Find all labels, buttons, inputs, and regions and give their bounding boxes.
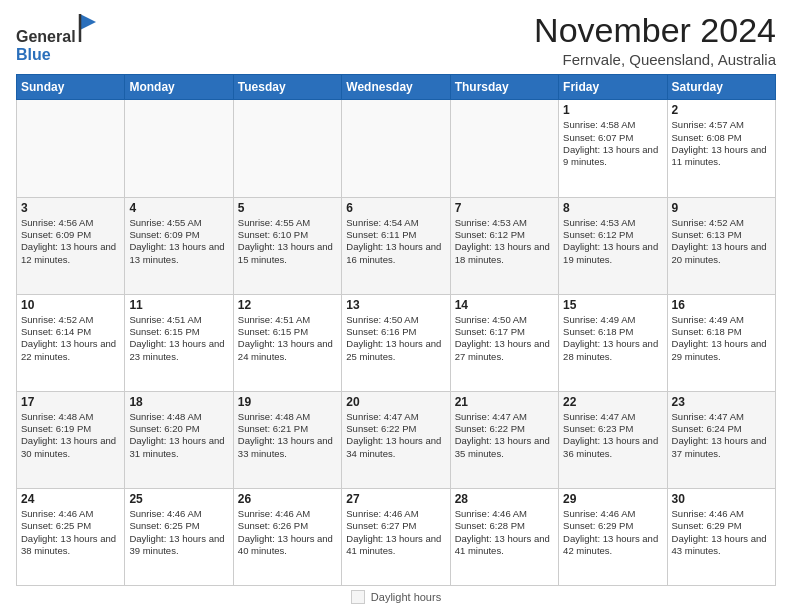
weekday-header-thursday: Thursday <box>450 75 558 100</box>
day-info: Sunrise: 4:53 AM <box>455 217 554 229</box>
day-info: Daylight: 13 hours and 38 minutes. <box>21 533 120 558</box>
day-info: Sunrise: 4:52 AM <box>672 217 771 229</box>
calendar-cell: 28Sunrise: 4:46 AMSunset: 6:28 PMDayligh… <box>450 488 558 585</box>
weekday-header-tuesday: Tuesday <box>233 75 341 100</box>
day-info: Daylight: 13 hours and 33 minutes. <box>238 435 337 460</box>
daylight-label: Daylight hours <box>371 591 441 603</box>
day-number: 9 <box>672 201 771 215</box>
day-number: 12 <box>238 298 337 312</box>
day-number: 20 <box>346 395 445 409</box>
day-info: Daylight: 13 hours and 35 minutes. <box>455 435 554 460</box>
day-info: Daylight: 13 hours and 11 minutes. <box>672 144 771 169</box>
day-info: Sunset: 6:25 PM <box>129 520 228 532</box>
day-info: Daylight: 13 hours and 43 minutes. <box>672 533 771 558</box>
day-info: Daylight: 13 hours and 40 minutes. <box>238 533 337 558</box>
day-number: 23 <box>672 395 771 409</box>
day-number: 19 <box>238 395 337 409</box>
day-info: Daylight: 13 hours and 20 minutes. <box>672 241 771 266</box>
title-block: November 2024 Fernvale, Queensland, Aust… <box>534 12 776 68</box>
day-info: Sunrise: 4:55 AM <box>129 217 228 229</box>
day-number: 22 <box>563 395 662 409</box>
day-info: Daylight: 13 hours and 18 minutes. <box>455 241 554 266</box>
day-info: Daylight: 13 hours and 25 minutes. <box>346 338 445 363</box>
day-info: Sunset: 6:28 PM <box>455 520 554 532</box>
calendar-cell: 22Sunrise: 4:47 AMSunset: 6:23 PMDayligh… <box>559 391 667 488</box>
day-info: Sunset: 6:19 PM <box>21 423 120 435</box>
calendar-cell: 26Sunrise: 4:46 AMSunset: 6:26 PMDayligh… <box>233 488 341 585</box>
day-info: Sunset: 6:13 PM <box>672 229 771 241</box>
day-info: Daylight: 13 hours and 15 minutes. <box>238 241 337 266</box>
day-info: Daylight: 13 hours and 34 minutes. <box>346 435 445 460</box>
day-info: Sunrise: 4:55 AM <box>238 217 337 229</box>
calendar-cell: 27Sunrise: 4:46 AMSunset: 6:27 PMDayligh… <box>342 488 450 585</box>
day-number: 24 <box>21 492 120 506</box>
page: General Blue November 2024 Fernvale, Que… <box>0 0 792 612</box>
day-number: 30 <box>672 492 771 506</box>
header: General Blue November 2024 Fernvale, Que… <box>16 12 776 68</box>
day-info: Sunrise: 4:48 AM <box>129 411 228 423</box>
calendar-cell: 30Sunrise: 4:46 AMSunset: 6:29 PMDayligh… <box>667 488 775 585</box>
calendar-cell: 11Sunrise: 4:51 AMSunset: 6:15 PMDayligh… <box>125 294 233 391</box>
calendar-cell <box>342 100 450 197</box>
day-info: Daylight: 13 hours and 39 minutes. <box>129 533 228 558</box>
daylight-box <box>351 590 365 604</box>
day-number: 25 <box>129 492 228 506</box>
day-number: 26 <box>238 492 337 506</box>
day-info: Daylight: 13 hours and 28 minutes. <box>563 338 662 363</box>
day-info: Sunrise: 4:47 AM <box>672 411 771 423</box>
day-info: Sunrise: 4:51 AM <box>238 314 337 326</box>
calendar-cell: 23Sunrise: 4:47 AMSunset: 6:24 PMDayligh… <box>667 391 775 488</box>
day-info: Sunset: 6:29 PM <box>672 520 771 532</box>
day-number: 14 <box>455 298 554 312</box>
day-info: Daylight: 13 hours and 23 minutes. <box>129 338 228 363</box>
calendar-cell: 3Sunrise: 4:56 AMSunset: 6:09 PMDaylight… <box>17 197 125 294</box>
day-info: Sunset: 6:27 PM <box>346 520 445 532</box>
calendar-table: SundayMondayTuesdayWednesdayThursdayFrid… <box>16 74 776 586</box>
day-info: Sunrise: 4:52 AM <box>21 314 120 326</box>
logo: General Blue <box>16 16 98 63</box>
weekday-header-friday: Friday <box>559 75 667 100</box>
calendar-cell: 21Sunrise: 4:47 AMSunset: 6:22 PMDayligh… <box>450 391 558 488</box>
day-number: 21 <box>455 395 554 409</box>
day-info: Sunrise: 4:49 AM <box>563 314 662 326</box>
day-info: Daylight: 13 hours and 29 minutes. <box>672 338 771 363</box>
calendar-cell: 6Sunrise: 4:54 AMSunset: 6:11 PMDaylight… <box>342 197 450 294</box>
day-info: Sunrise: 4:46 AM <box>238 508 337 520</box>
day-info: Sunrise: 4:46 AM <box>563 508 662 520</box>
calendar-week-row: 17Sunrise: 4:48 AMSunset: 6:19 PMDayligh… <box>17 391 776 488</box>
day-info: Daylight: 13 hours and 31 minutes. <box>129 435 228 460</box>
day-info: Daylight: 13 hours and 13 minutes. <box>129 241 228 266</box>
day-number: 6 <box>346 201 445 215</box>
weekday-header-sunday: Sunday <box>17 75 125 100</box>
day-info: Daylight: 13 hours and 9 minutes. <box>563 144 662 169</box>
day-info: Sunset: 6:16 PM <box>346 326 445 338</box>
calendar-cell: 13Sunrise: 4:50 AMSunset: 6:16 PMDayligh… <box>342 294 450 391</box>
day-info: Sunrise: 4:47 AM <box>455 411 554 423</box>
day-info: Daylight: 13 hours and 27 minutes. <box>455 338 554 363</box>
day-info: Sunrise: 4:50 AM <box>346 314 445 326</box>
calendar-cell: 15Sunrise: 4:49 AMSunset: 6:18 PMDayligh… <box>559 294 667 391</box>
calendar-cell: 10Sunrise: 4:52 AMSunset: 6:14 PMDayligh… <box>17 294 125 391</box>
day-info: Sunset: 6:15 PM <box>129 326 228 338</box>
day-number: 16 <box>672 298 771 312</box>
weekday-header-row: SundayMondayTuesdayWednesdayThursdayFrid… <box>17 75 776 100</box>
day-number: 1 <box>563 103 662 117</box>
calendar-cell <box>17 100 125 197</box>
day-info: Sunset: 6:24 PM <box>672 423 771 435</box>
day-info: Sunset: 6:12 PM <box>563 229 662 241</box>
day-info: Sunset: 6:22 PM <box>455 423 554 435</box>
day-number: 27 <box>346 492 445 506</box>
logo-flag-icon <box>78 14 98 42</box>
day-info: Sunset: 6:10 PM <box>238 229 337 241</box>
day-number: 10 <box>21 298 120 312</box>
day-number: 11 <box>129 298 228 312</box>
calendar-week-row: 24Sunrise: 4:46 AMSunset: 6:25 PMDayligh… <box>17 488 776 585</box>
calendar-week-row: 1Sunrise: 4:58 AMSunset: 6:07 PMDaylight… <box>17 100 776 197</box>
day-info: Sunrise: 4:46 AM <box>672 508 771 520</box>
day-info: Daylight: 13 hours and 36 minutes. <box>563 435 662 460</box>
calendar-cell: 9Sunrise: 4:52 AMSunset: 6:13 PMDaylight… <box>667 197 775 294</box>
calendar-week-row: 3Sunrise: 4:56 AMSunset: 6:09 PMDaylight… <box>17 197 776 294</box>
day-info: Daylight: 13 hours and 19 minutes. <box>563 241 662 266</box>
calendar-cell: 16Sunrise: 4:49 AMSunset: 6:18 PMDayligh… <box>667 294 775 391</box>
calendar-cell: 18Sunrise: 4:48 AMSunset: 6:20 PMDayligh… <box>125 391 233 488</box>
